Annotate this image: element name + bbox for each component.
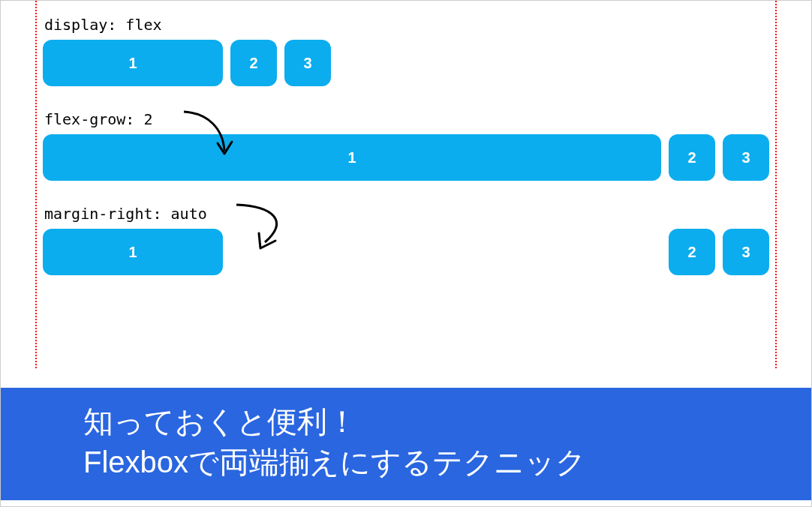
- guideline-right: [775, 1, 777, 368]
- flex-box: 3: [284, 40, 331, 86]
- flex-box: 1: [43, 40, 223, 86]
- guideline-left: [35, 1, 37, 368]
- flex-box: 2: [230, 40, 277, 86]
- flex-box: 2: [669, 229, 715, 275]
- banner-line-2: Flexboxで両端揃えにするテクニック: [83, 442, 781, 482]
- flex-row-2: 1 2 3: [43, 134, 769, 181]
- flex-box: 3: [723, 134, 769, 181]
- example-label-3: margin-right: auto: [44, 205, 777, 223]
- banner-line-1: 知っておくと便利！: [83, 401, 781, 442]
- flex-box: 1: [43, 134, 661, 181]
- title-banner: 知っておくと便利！ Flexboxで両端揃えにするテクニック: [1, 388, 811, 500]
- diagram-area: display: flex 1 2 3 flex-grow: 2 1 2 3 m…: [1, 1, 811, 368]
- flex-row-1: 1 2 3: [43, 40, 769, 86]
- flex-box: 2: [669, 134, 715, 181]
- example-label-2: flex-grow: 2: [44, 110, 777, 128]
- flex-box: 3: [723, 229, 769, 275]
- flex-row-3: 1 2 3: [43, 229, 769, 275]
- flex-box: 1: [43, 229, 223, 275]
- example-label-1: display: flex: [44, 16, 777, 34]
